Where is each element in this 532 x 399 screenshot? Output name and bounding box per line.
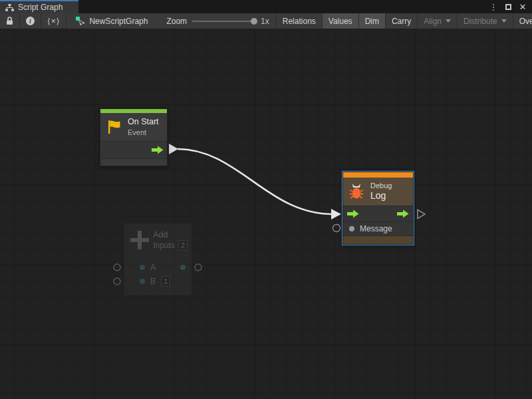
add-input-a-port[interactable] [114, 264, 120, 271]
connection-end-arrow [331, 209, 341, 219]
graph-toolbar: i ⟨×⟩ NewScriptGraph Zoom 1x Relations V… [0, 13, 532, 29]
graph-reference-button[interactable]: NewScriptGraph [66, 13, 156, 29]
add-input-b-port[interactable] [114, 278, 120, 285]
edges-layer [0, 29, 532, 399]
bug-icon [348, 183, 364, 200]
dim-toggle[interactable]: Dim [359, 13, 386, 29]
tab-script-graph[interactable]: Script Graph [0, 0, 78, 13]
distribute-label: Distribute [464, 17, 497, 26]
debug-accent-strip [343, 172, 413, 178]
on-start-header: On Start Event [100, 113, 167, 141]
add-subtitle: Inputs [153, 241, 175, 250]
carry-toggle[interactable]: Carry [386, 13, 418, 29]
node-debug-log[interactable]: Debug Log Message [342, 172, 414, 245]
values-toggle[interactable]: Values [323, 13, 359, 29]
on-start-port-row [100, 141, 167, 158]
flow-connection[interactable] [169, 144, 341, 219]
add-header: Add Inputs 2 [124, 223, 192, 260]
on-start-footer [100, 158, 167, 166]
zoom-slider-knob[interactable] [251, 18, 257, 25]
inspect-button[interactable]: i [20, 13, 41, 29]
overview-button[interactable]: Overview [513, 13, 532, 29]
debug-port-row [343, 205, 413, 221]
message-port-dot[interactable] [349, 226, 354, 231]
distribute-dropdown[interactable]: Distribute [458, 13, 513, 29]
output-dot[interactable] [180, 265, 186, 270]
tab-bar: Script Graph ⋮ ✕ [0, 0, 532, 13]
debug-title: Log [370, 190, 392, 202]
input-b-value-field[interactable]: 1 [161, 276, 170, 287]
node-on-start[interactable]: On Start Event [100, 108, 168, 166]
debug-category-label: Debug [370, 181, 392, 190]
maximize-icon[interactable] [503, 3, 513, 11]
window-menu-icon[interactable]: ⋮ [488, 3, 499, 11]
debug-footer [343, 235, 413, 244]
graph-name-label: NewScriptGraph [89, 17, 148, 26]
zoom-label: Zoom [166, 17, 187, 26]
align-dropdown[interactable]: Align [418, 13, 458, 29]
input-b-dot[interactable] [140, 279, 145, 284]
input-a-label: A [150, 263, 156, 272]
zoom-value: 1x [261, 17, 269, 26]
tabbar-spacer [78, 0, 488, 13]
add-output-port[interactable] [195, 264, 201, 271]
zoom-slider[interactable] [192, 21, 255, 22]
zoom-control: Zoom 1x [164, 13, 276, 29]
plus-icon [130, 231, 147, 249]
debug-log-header: Debug Log [343, 178, 413, 205]
message-label: Message [360, 224, 392, 233]
on-start-title: On Start [128, 117, 159, 128]
flow-output-arrow-icon[interactable] [397, 209, 409, 218]
flow-output-arrow-icon[interactable] [152, 146, 164, 154]
code-icon: ⟨×⟩ [47, 17, 60, 26]
script-graph-window: Script Graph ⋮ ✕ i ⟨×⟩ [0, 0, 532, 399]
connection-start-arrow [169, 144, 178, 154]
code-preview-button[interactable]: ⟨×⟩ [41, 13, 66, 29]
chevron-down-icon [501, 19, 507, 23]
lock-icon [6, 17, 13, 25]
node-add[interactable]: Add Inputs 2 A B 1 [124, 223, 192, 296]
flag-icon [106, 119, 122, 135]
debug-message-row: Message [343, 221, 413, 235]
input-b-label: B [150, 277, 156, 286]
graph-asset-icon [76, 17, 84, 25]
lock-button[interactable] [0, 13, 20, 29]
add-title: Add [153, 229, 188, 240]
info-icon: i [26, 17, 35, 25]
debug-message-port[interactable] [333, 225, 340, 232]
align-label: Align [424, 17, 442, 26]
debug-output-port[interactable] [418, 210, 425, 219]
flow-input-arrow-icon[interactable] [347, 209, 359, 218]
relations-toggle[interactable]: Relations [277, 13, 323, 29]
tab-title: Script Graph [18, 3, 63, 12]
add-row-a: A [124, 260, 192, 274]
chevron-down-icon [446, 19, 451, 23]
graph-canvas[interactable]: On Start Event Debug [0, 29, 532, 399]
on-start-subtitle: Event [128, 128, 159, 137]
inputs-count-field[interactable]: 2 [178, 240, 188, 251]
hierarchy-icon [5, 4, 14, 11]
add-row-b: B 1 [124, 274, 192, 288]
window-controls: ⋮ ✕ [488, 0, 532, 13]
input-a-dot[interactable] [140, 265, 145, 270]
close-icon[interactable]: ✕ [517, 3, 528, 11]
